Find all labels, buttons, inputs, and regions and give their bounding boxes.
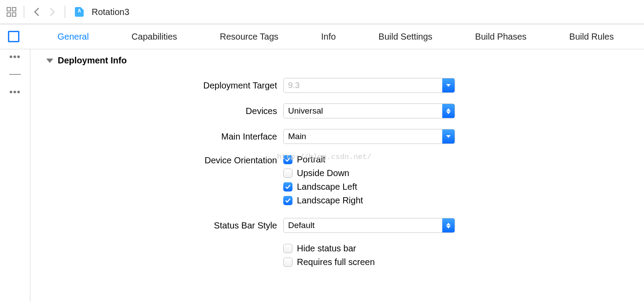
section-title: Deployment Info [58,55,127,66]
checkbox-icon [283,169,292,178]
deployment-info-form: Deployment Target 9.3 Devices Universal [145,78,631,267]
checkbox-portrait[interactable]: Portrait [283,155,455,165]
target-list-toggle[interactable] [0,24,27,49]
separator [24,6,24,18]
checkbox-icon [283,258,292,267]
row-deployment-target: Deployment Target 9.3 [145,78,631,93]
tab-capabilities[interactable]: Capabilities [129,30,180,44]
checkbox-label: Requires full screen [297,257,375,267]
chevron-down-icon [46,59,53,63]
label-devices: Devices [145,106,283,116]
dropdown-arrow-icon[interactable] [442,129,455,144]
sidebar-ellipsis-icon[interactable]: ••• [9,87,21,97]
main-interface-combobox[interactable] [283,129,455,144]
checkbox-icon [283,196,292,205]
sidebar-divider-icon [9,74,21,75]
checkbox-upside-down[interactable]: Upside Down [283,168,455,178]
checkbox-icon [283,182,292,192]
checkbox-label: Portrait [297,155,325,165]
label-status-bar-style: Status Bar Style [145,221,283,231]
tab-info[interactable]: Info [318,30,338,44]
row-main-interface: Main Interface [145,129,631,144]
main-area: ••• ••• Deployment Info Deployment Targe… [0,49,644,302]
main-interface-input[interactable] [284,129,442,144]
checkbox-landscape-left[interactable]: Landscape Left [283,182,455,192]
checkbox-icon [283,155,292,164]
row-devices: Devices Universal [145,103,631,118]
sidebar-ellipsis-icon[interactable]: ••• [9,52,21,62]
svg-rect-0 [7,7,11,11]
tab-build-phases[interactable]: Build Phases [473,30,529,44]
navigation-bar: Rotation3 [0,0,644,24]
targets-sidebar: ••• ••• [0,49,30,302]
checkbox-requires-full-screen[interactable]: Requires full screen [283,257,455,267]
tab-general[interactable]: General [55,30,91,44]
status-bar-style-popup[interactable]: Default [283,218,455,233]
editor-tab-bar: General Capabilities Resource Tags Info … [0,24,644,49]
checkbox-label: Landscape Right [297,195,363,206]
label-deployment-target: Deployment Target [145,81,283,91]
checkbox-label: Upside Down [297,168,349,178]
status-bar-style-value: Default [284,218,442,232]
svg-rect-3 [12,13,16,16]
checkbox-label: Hide status bar [297,243,356,254]
row-device-orientation: Device Orientation Portrait Upside Down [145,155,631,206]
checkbox-hide-status-bar[interactable]: Hide status bar [283,243,455,254]
related-items-icon[interactable] [6,7,17,17]
tab-build-settings[interactable]: Build Settings [376,30,435,44]
deployment-target-combobox[interactable]: 9.3 [283,78,455,93]
content-pane: Deployment Info Deployment Target 9.3 De… [30,49,644,302]
tab-build-rules[interactable]: Build Rules [566,30,616,44]
tab-resource-tags[interactable]: Resource Tags [217,30,281,44]
device-orientation-group: Portrait Upside Down Landscape Left [283,155,455,206]
checkbox-icon [283,244,292,253]
checkbox-label: Landscape Left [297,182,357,192]
nav-forward-icon[interactable] [47,7,58,17]
devices-value: Universal [284,104,442,118]
row-status-bar-style: Status Bar Style Default [145,218,631,233]
deployment-target-value[interactable]: 9.3 [284,78,442,92]
label-device-orientation: Device Orientation [145,155,283,166]
nav-back-icon[interactable] [31,7,42,17]
row-status-bar-extras: Hide status bar Requires full screen [145,243,631,267]
devices-popup[interactable]: Universal [283,103,455,118]
label-main-interface: Main Interface [145,132,283,142]
xcode-project-editor: Rotation3 General Capabilities Resource … [0,0,644,302]
project-file-icon [75,7,84,17]
dropdown-arrow-icon[interactable] [442,78,455,92]
status-bar-extras-group: Hide status bar Requires full screen [283,243,455,267]
svg-rect-1 [12,7,16,11]
svg-rect-2 [7,13,11,16]
stepper-arrows-icon[interactable] [442,218,455,232]
target-list-icon [8,31,19,42]
section-header[interactable]: Deployment Info [46,55,631,66]
separator [65,6,65,18]
tabs-container: General Capabilities Resource Tags Info … [27,24,644,49]
stepper-arrows-icon[interactable] [442,104,455,118]
checkbox-landscape-right[interactable]: Landscape Right [283,195,455,206]
breadcrumb-project-title[interactable]: Rotation3 [92,7,130,17]
